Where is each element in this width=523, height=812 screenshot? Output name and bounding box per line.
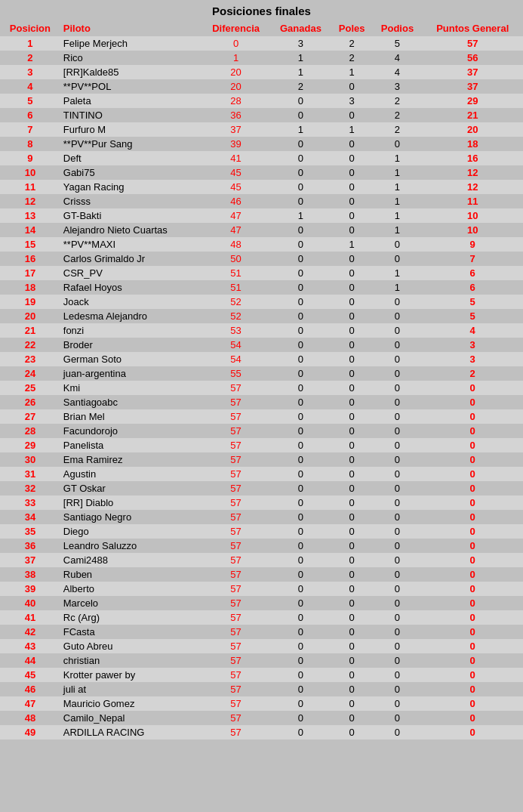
cell-ganadas: 0 <box>270 381 331 395</box>
cell-position: 12 <box>0 194 60 208</box>
cell-piloto: **PV**POL <box>60 79 202 94</box>
cell-position: 17 <box>0 266 60 280</box>
cell-piloto: FCasta <box>60 625 202 639</box>
cell-podios: 0 <box>373 366 423 381</box>
cell-position: 22 <box>0 338 60 352</box>
cell-ganadas: 0 <box>270 481 331 496</box>
table-row: 12Crisss4600111 <box>0 194 523 208</box>
cell-ganadas: 0 <box>270 309 331 323</box>
cell-podios: 0 <box>373 424 423 438</box>
cell-podios: 0 <box>373 295 423 309</box>
cell-piloto: Diego <box>60 524 202 539</box>
cell-piloto: Joack <box>60 295 202 309</box>
table-row: 33[RR] Diablo570000 <box>0 496 523 510</box>
table-row: 8**PV**Pur Sang3900018 <box>0 137 523 151</box>
cell-puntos: 0 <box>422 668 523 682</box>
cell-diferencia: 57 <box>202 452 270 467</box>
cell-diferencia: 53 <box>202 323 270 338</box>
cell-piloto: **PV**MAXI <box>60 237 202 252</box>
cell-poles: 0 <box>331 151 373 165</box>
cell-ganadas: 0 <box>270 668 331 682</box>
table-row: 5Paleta2803229 <box>0 94 523 108</box>
header-ganadas: Ganadas <box>270 20 331 36</box>
cell-diferencia: 52 <box>202 295 270 309</box>
table-row: 10Gabi754500112 <box>0 165 523 180</box>
table-row: 45Krotter pawer by570000 <box>0 668 523 682</box>
cell-diferencia: 36 <box>202 108 270 122</box>
header-diferencia: Diferencia <box>202 20 270 36</box>
table-row: 25Kmi570000 <box>0 381 523 395</box>
cell-podios: 0 <box>373 409 423 424</box>
table-row: 3[RR]Kalde852011437 <box>0 65 523 79</box>
table-row: 24juan-argentina550002 <box>0 366 523 381</box>
cell-position: 13 <box>0 208 60 223</box>
table-row: 41Rc (Arg)570000 <box>0 610 523 625</box>
cell-position: 20 <box>0 309 60 323</box>
cell-puntos: 0 <box>422 682 523 696</box>
header-piloto: Piloto <box>60 20 202 36</box>
cell-position: 9 <box>0 151 60 165</box>
cell-poles: 0 <box>331 610 373 625</box>
cell-puntos: 0 <box>422 567 523 582</box>
cell-ganadas: 0 <box>270 610 331 625</box>
cell-podios: 0 <box>373 481 423 496</box>
cell-poles: 3 <box>331 94 373 108</box>
cell-poles: 0 <box>331 266 373 280</box>
cell-poles: 2 <box>331 36 373 51</box>
cell-diferencia: 1 <box>202 51 270 65</box>
cell-podios: 0 <box>373 467 423 481</box>
cell-poles: 0 <box>331 180 373 194</box>
cell-ganadas: 0 <box>270 639 331 653</box>
cell-position: 32 <box>0 481 60 496</box>
cell-diferencia: 54 <box>202 352 270 366</box>
cell-puntos: 0 <box>422 424 523 438</box>
cell-ganadas: 0 <box>270 725 331 739</box>
cell-piloto: Rafael Hoyos <box>60 280 202 295</box>
cell-poles: 0 <box>331 366 373 381</box>
cell-diferencia: 45 <box>202 165 270 180</box>
cell-podios: 3 <box>373 79 423 94</box>
cell-position: 47 <box>0 696 60 711</box>
cell-position: 27 <box>0 409 60 424</box>
cell-position: 2 <box>0 51 60 65</box>
cell-poles: 0 <box>331 323 373 338</box>
cell-position: 49 <box>0 725 60 739</box>
cell-ganadas: 0 <box>270 94 331 108</box>
header-poles: Poles <box>331 20 373 36</box>
cell-puntos: 0 <box>422 539 523 553</box>
cell-poles: 1 <box>331 65 373 79</box>
cell-poles: 0 <box>331 409 373 424</box>
table-row: 28Facundorojo570000 <box>0 424 523 438</box>
cell-podios: 0 <box>373 352 423 366</box>
table-row: 1Felipe Merjech032557 <box>0 36 523 51</box>
header-podios: Podios <box>373 20 423 36</box>
table-row: 39Alberto570000 <box>0 582 523 596</box>
table-row: 43Guto Abreu570000 <box>0 639 523 653</box>
cell-podios: 0 <box>373 596 423 610</box>
cell-podios: 0 <box>373 510 423 524</box>
cell-puntos: 56 <box>422 51 523 65</box>
cell-poles: 0 <box>331 108 373 122</box>
cell-puntos: 16 <box>422 151 523 165</box>
cell-puntos: 0 <box>422 510 523 524</box>
cell-podios: 1 <box>373 165 423 180</box>
cell-diferencia: 57 <box>202 567 270 582</box>
cell-ganadas: 0 <box>270 625 331 639</box>
cell-ganadas: 0 <box>270 108 331 122</box>
table-row: 27Brian Mel570000 <box>0 409 523 424</box>
cell-diferencia: 54 <box>202 338 270 352</box>
cell-diferencia: 57 <box>202 596 270 610</box>
cell-podios: 0 <box>373 625 423 639</box>
table-row: 4**PV**POL2020337 <box>0 79 523 94</box>
cell-ganadas: 0 <box>270 137 331 151</box>
cell-poles: 0 <box>331 639 373 653</box>
table-row: 46juli at570000 <box>0 682 523 696</box>
cell-poles: 0 <box>331 352 373 366</box>
cell-ganadas: 1 <box>270 51 331 65</box>
cell-piloto: GT Oskar <box>60 481 202 496</box>
cell-piloto: Mauricio Gomez <box>60 696 202 711</box>
table-row: 47Mauricio Gomez570000 <box>0 696 523 711</box>
cell-puntos: 3 <box>422 338 523 352</box>
cell-piloto: christian <box>60 653 202 668</box>
cell-position: 42 <box>0 625 60 639</box>
